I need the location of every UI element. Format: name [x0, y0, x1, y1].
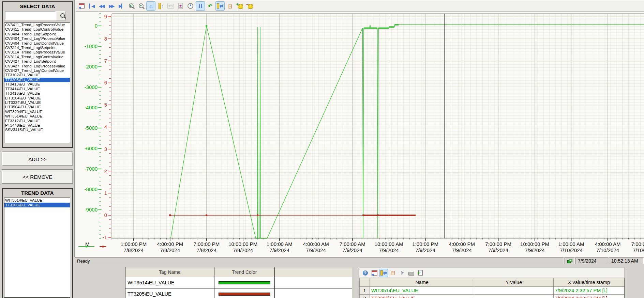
- list-item[interactable]: SSV3415\EU_VALUE: [4, 128, 70, 132]
- export-icon[interactable]: ↩: [416, 269, 425, 277]
- x-tick-date: 7/9/2024: [452, 247, 472, 253]
- remove-data-icon[interactable]: –: [245, 1, 254, 11]
- series-TT3205-EU_VALUE: [169, 215, 416, 216]
- trend-data-title: TREND DATA: [3, 189, 72, 196]
- remove-button[interactable]: << REMOVE: [2, 170, 73, 184]
- x-tick-date: 7/10/2024: [596, 247, 619, 253]
- status-bar: Ready 7/9/2024 10:52:13 AM: [74, 257, 644, 265]
- properties-icon[interactable]: ◄: [370, 269, 379, 277]
- list-item[interactable]: TT3414\EU_VALUE: [4, 87, 70, 91]
- x-tick-time: 4:00:00 PM: [449, 241, 475, 247]
- row-number-cell: 1: [360, 287, 370, 295]
- chart-toolbar: ◄▎◀◀◀▶▶▶▎+↔↕↕1:1±↶⇄[-]+–: [76, 1, 644, 12]
- function-icon[interactable]: ∫x: [398, 269, 406, 277]
- x-tick-time: 7:00:00 AM: [631, 241, 644, 247]
- list-item[interactable]: CV3114_Trend_Log\ProcessValue: [4, 50, 70, 54]
- color-table-header: Trend Color: [214, 267, 274, 277]
- cursor-brackets-icon[interactable]: [-]: [225, 1, 235, 11]
- select-data-list[interactable]: CV3411_Trend_Log\ProcessValueCV3411_Tren…: [4, 22, 70, 143]
- cursor-y-value-cell: [474, 287, 553, 295]
- add-data-icon[interactable]: +: [235, 1, 244, 11]
- go-last-icon[interactable]: ▶▎: [117, 1, 126, 11]
- refresh-icon[interactable]: ↶: [206, 1, 215, 11]
- list-item[interactable]: FT3312\EU_VALUE: [4, 119, 70, 123]
- list-item[interactable]: CV3404_Trend_Log\ProcessValue: [4, 36, 70, 41]
- list-item[interactable]: CV3427_Trend_Log\ControlValue: [4, 68, 70, 73]
- search-input[interactable]: [5, 11, 56, 20]
- pan-icon[interactable]: ↔↕: [146, 1, 155, 11]
- fast-forward-icon[interactable]: ▶▶: [107, 1, 116, 11]
- list-item[interactable]: CV3114_Trend_Log\Setpoint: [4, 46, 70, 50]
- horizontal-scroll-icon[interactable]: ⇄: [379, 269, 388, 277]
- status-date: 7/9/2024: [575, 257, 608, 264]
- print-icon[interactable]: [407, 269, 416, 277]
- x-tick-time: 4:00:00 AM: [303, 241, 329, 247]
- table-row[interactable]: 1WIT3514\EU_VALUE7/9/2024 2:32:57 PM [i.…: [360, 287, 625, 295]
- list-item[interactable]: CV3404_Trend_Log\ControlValue: [4, 41, 70, 46]
- x-tick-time: 7:00:00 PM: [193, 241, 220, 247]
- list-item[interactable]: TT3102\EU_VALUE: [4, 73, 70, 77]
- table-row[interactable]: 2TT3205\EU_VALUE7/9/2024 2:32:57 PM [i.]: [360, 295, 625, 298]
- axis-tick-label: -1: [103, 234, 107, 240]
- trend-data-list[interactable]: WIT3514\EU_VALUETT3205\EU_VALUE: [4, 198, 70, 298]
- trend-chart[interactable]: 0-1000-2000-3000-4000-5000-6000-7000-800…: [75, 0, 644, 257]
- table-row[interactable]: TT3205\EU_VALUE: [125, 288, 352, 298]
- status-time: 10:52:13 AM: [609, 257, 644, 264]
- list-item[interactable]: CV3427_Trend_Log\Setpoint: [4, 59, 70, 64]
- axis-tick-label: -6000: [85, 145, 98, 151]
- auto-scale-icon[interactable]: ±: [176, 1, 185, 11]
- list-item[interactable]: TT3413\EU_VALUE: [4, 82, 70, 87]
- list-item[interactable]: CV3411_Trend_Log\ProcessValue: [4, 23, 70, 27]
- table-row[interactable]: WIT3514\EU_VALUE: [125, 277, 352, 288]
- list-item[interactable]: WIT3514\EU_VALUE: [4, 114, 70, 119]
- list-item[interactable]: WIT3514\EU_VALUE: [4, 198, 70, 203]
- list-item[interactable]: LIT3504\EU_VALUE: [4, 105, 70, 109]
- list-item[interactable]: PT3448\EU_VALUE: [4, 123, 70, 128]
- list-item[interactable]: LIT3324\EU_VALUE: [4, 100, 70, 105]
- list-item[interactable]: CV3411_Trend_Log\ControlValue: [4, 27, 70, 32]
- axis-tick-label: 8: [104, 36, 107, 42]
- y-axis-zoom-icon[interactable]: ↕: [156, 1, 165, 11]
- axis-tick-label: -4000: [85, 105, 98, 110]
- color-table-header: Tag Name: [125, 267, 214, 277]
- help-icon[interactable]: ?: [361, 269, 370, 277]
- color-table-header: [274, 267, 352, 277]
- cursor-y-value-cell: [474, 295, 553, 298]
- horizontal-scroll-icon[interactable]: ⇄: [215, 1, 225, 11]
- axis-tick-label: 5: [104, 102, 107, 108]
- add-button[interactable]: ADD >>: [2, 152, 73, 166]
- list-item[interactable]: WIT3204\EU_VALUE: [4, 110, 70, 114]
- list-item[interactable]: CV3114_Trend_Log\ControlValue: [4, 55, 70, 59]
- list-item[interactable]: CV3404_Trend_Log\Setpoint: [4, 32, 70, 36]
- list-item[interactable]: TT3205\EU_VALUE: [4, 203, 70, 207]
- go-first-icon[interactable]: ▎◀: [87, 1, 96, 11]
- x-tick-date: 7/9/2024: [379, 247, 399, 253]
- x-tick-date: 7/8/2024: [124, 247, 144, 253]
- properties-icon[interactable]: ◄: [77, 1, 86, 11]
- search-button[interactable]: [56, 11, 66, 20]
- plot-grid: [112, 14, 644, 238]
- cursor-values-panel: ?◄⇄[-]∫x↩ NameY valueX value/time stamp …: [359, 268, 625, 298]
- y-axis-red: 9876543210-1: [103, 14, 111, 240]
- select-data-group: SELECT DATA CV3411_Trend_Log\ProcessValu…: [2, 1, 73, 148]
- time-range-icon[interactable]: [186, 1, 195, 11]
- list-item[interactable]: CV3427_Trend_Log\ProcessValue: [4, 64, 70, 68]
- cursor-brackets-icon[interactable]: [-]: [389, 269, 397, 277]
- x-tick-date: 7/9/2024: [488, 247, 508, 253]
- x-tick-time: 1:00:00 AM: [267, 241, 293, 247]
- trend-color-bar: [219, 293, 270, 296]
- zoom-in-icon[interactable]: +: [136, 1, 146, 11]
- list-item[interactable]: TT3205\EU_VALUE: [4, 78, 70, 82]
- empty-cell: [274, 288, 352, 298]
- pause-icon[interactable]: [196, 1, 205, 11]
- list-item[interactable]: TT3416\EU_VALUE: [4, 91, 70, 96]
- axis-tick-label: 1: [104, 190, 107, 196]
- cursor-table-header: Name: [370, 278, 474, 287]
- fast-backward-icon[interactable]: ◀◀: [97, 1, 106, 11]
- axis-tick-label: 0: [95, 23, 98, 29]
- cursor-name-cell: TT3205\EU_VALUE: [370, 295, 474, 298]
- one-to-one-icon[interactable]: 1:1: [166, 1, 175, 11]
- zoom-out-icon[interactable]: [126, 1, 136, 11]
- trend-data-group: TREND DATA WIT3514\EU_VALUETT3205\EU_VAL…: [2, 188, 73, 298]
- list-item[interactable]: LIT3104\EU_VALUE: [4, 96, 70, 100]
